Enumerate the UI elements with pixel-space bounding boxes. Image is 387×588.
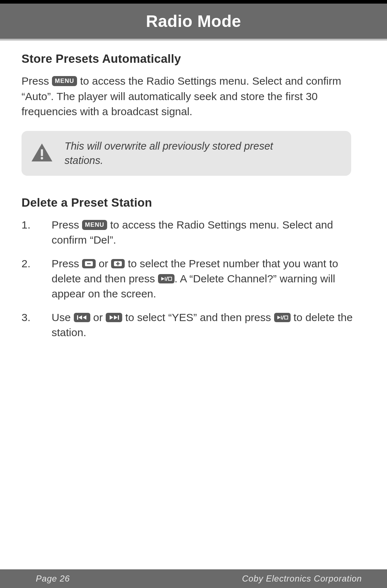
play-stop-button-icon (274, 313, 291, 322)
page-footer: Page 26 Coby Electronics Corporation (0, 569, 387, 588)
footer-company: Coby Electronics Corporation (242, 574, 362, 584)
svg-point-1 (41, 157, 43, 160)
warning-text: This will overwrite all previously store… (64, 139, 308, 168)
svg-rect-6 (118, 262, 119, 265)
text-fragment: to select “YES” and then press (122, 311, 274, 323)
next-track-button-icon (106, 313, 122, 322)
minus-button-icon (82, 259, 96, 268)
plus-button-icon (111, 259, 125, 268)
play-stop-button-icon (158, 274, 175, 283)
svg-rect-12 (118, 315, 119, 320)
text-fragment: or (90, 311, 106, 323)
svg-rect-3 (87, 263, 91, 264)
footer-page-number: Page 26 (36, 574, 70, 584)
svg-rect-9 (166, 277, 168, 281)
prev-track-button-icon (74, 313, 90, 322)
svg-rect-10 (168, 277, 172, 281)
list-item: Use or to select “YES” and then press (22, 310, 366, 340)
text-fragment: or (96, 258, 111, 269)
svg-rect-15 (285, 316, 288, 319)
menu-button-icon: MENU (52, 76, 77, 86)
warning-callout: This will overwrite all previously store… (22, 131, 351, 176)
page-content: Store Presets Automatically Press MENU t… (0, 41, 387, 340)
text-fragment: Press (22, 75, 52, 87)
svg-rect-0 (41, 149, 43, 156)
list-item: Press MENU to access the Radio Settings … (22, 217, 366, 248)
page-title: Radio Mode (146, 12, 241, 30)
text-fragment: Press (52, 219, 82, 231)
svg-rect-8 (165, 277, 166, 281)
svg-rect-11 (77, 315, 78, 320)
list-item: Press or to select the Preset number tha… (22, 256, 366, 301)
page-header: Radio Mode (0, 0, 387, 41)
text-fragment: Use (52, 311, 74, 323)
store-paragraph: Press MENU to access the Radio Settings … (22, 74, 366, 119)
text-fragment: Press (52, 258, 82, 269)
svg-rect-13 (281, 316, 282, 319)
menu-button-icon: MENU (82, 220, 107, 230)
svg-rect-14 (282, 315, 284, 320)
delete-steps-list: Press MENU to access the Radio Settings … (22, 217, 366, 340)
section-heading-delete: Delete a Preset Station (22, 196, 366, 210)
section-heading-store: Store Presets Automatically (22, 52, 366, 66)
warning-icon (31, 143, 53, 164)
